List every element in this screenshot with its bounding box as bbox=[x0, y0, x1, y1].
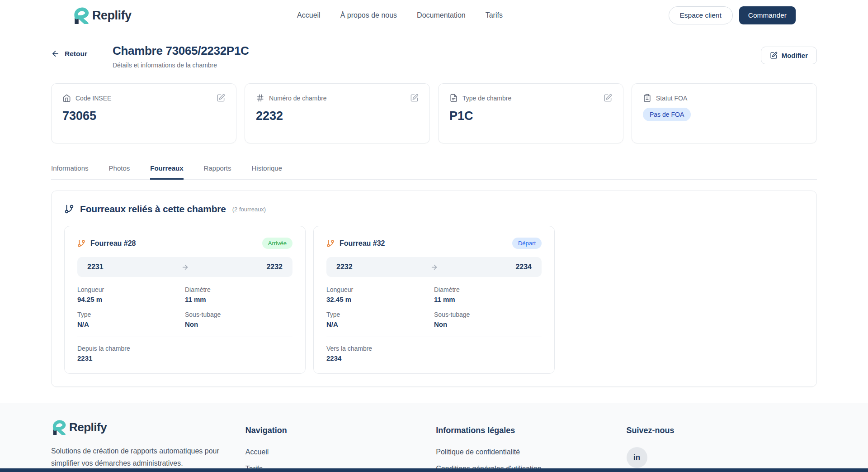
field-vers-la-chambre: Vers la chambre 2234 bbox=[326, 345, 542, 362]
modify-label: Modifier bbox=[782, 52, 808, 59]
card-value: P1C bbox=[449, 109, 612, 123]
fourreaux-panel: Fourreaux reliés à cette chambre (2 four… bbox=[51, 191, 817, 387]
card-label: Statut FOA bbox=[656, 95, 687, 102]
tab-bar: Informations Photos Fourreaux Rapports H… bbox=[51, 164, 817, 180]
card-value: 2232 bbox=[256, 109, 419, 123]
page-title: Chambre 73065/2232P1C bbox=[113, 44, 249, 58]
nav-link-accueil[interactable]: Accueil bbox=[297, 11, 321, 19]
divider bbox=[77, 337, 292, 337]
footer-heading: Suivez-nous bbox=[627, 426, 817, 435]
tab-informations[interactable]: Informations bbox=[51, 164, 89, 180]
arrow-right-icon bbox=[430, 263, 438, 271]
git-branch-icon bbox=[326, 239, 335, 248]
card-value: 73065 bbox=[62, 109, 225, 123]
replify-logo-icon bbox=[72, 7, 90, 24]
card-type-chambre: Type de chambre P1C bbox=[438, 83, 623, 143]
fourreau-card-32: Fourreau #32 Départ 2232 2234 Longueur bbox=[313, 226, 555, 374]
field-longueur: Longueur 94.25 m bbox=[77, 286, 185, 303]
card-code-insee: Code INSEE 73065 bbox=[51, 83, 236, 143]
chamber-detail-page: Retour Chambre 73065/2232P1C Détails et … bbox=[0, 31, 868, 387]
field-diametre: Diamètre 11 mm bbox=[434, 286, 542, 303]
edit-icon bbox=[770, 52, 778, 59]
direction-badge: Départ bbox=[512, 238, 542, 249]
nav-link-a-propos[interactable]: À propos de nous bbox=[340, 11, 397, 19]
title-block: Chambre 73065/2232P1C Détails et informa… bbox=[113, 44, 249, 69]
site-footer: Replify Solutions de création de rapport… bbox=[0, 403, 868, 472]
footer-social-column: Suivez-nous in bbox=[627, 420, 817, 472]
commander-button[interactable]: Commander bbox=[739, 6, 796, 24]
modify-button[interactable]: Modifier bbox=[761, 47, 817, 64]
header-actions: Espace client Commander bbox=[669, 6, 796, 24]
fourreaux-list: Fourreau #28 Arrivée 2231 2232 Longueur bbox=[64, 226, 804, 374]
replify-logo-icon bbox=[51, 420, 66, 435]
git-branch-icon bbox=[77, 239, 85, 248]
main-nav: Accueil À propos de nous Documentation T… bbox=[132, 11, 669, 19]
file-icon bbox=[449, 94, 458, 102]
card-numero-chambre: Numéro de chambre 2232 bbox=[245, 83, 430, 143]
info-cards: Code INSEE 73065 Numéro de ch bbox=[51, 83, 817, 143]
card-statut-foa: Statut FOA Pas de FOA bbox=[632, 83, 817, 143]
direction-badge: Arrivée bbox=[262, 238, 292, 249]
footer-navigation-column: Navigation Accueil Tarifs bbox=[245, 420, 436, 472]
edit-icon[interactable] bbox=[410, 94, 419, 102]
tab-historique[interactable]: Historique bbox=[251, 164, 282, 180]
route-from: 2231 bbox=[87, 263, 104, 271]
route-to: 2234 bbox=[515, 263, 532, 271]
footer-description: Solutions de création de rapports automa… bbox=[51, 445, 245, 469]
linkedin-icon[interactable]: in bbox=[627, 447, 647, 468]
bottom-accent-bar bbox=[0, 468, 868, 472]
tab-fourreaux[interactable]: Fourreaux bbox=[150, 164, 183, 180]
back-label: Retour bbox=[65, 50, 87, 58]
fourreau-name: Fourreau #28 bbox=[90, 239, 136, 248]
page-title-row: Retour Chambre 73065/2232P1C Détails et … bbox=[51, 31, 817, 69]
espace-client-button[interactable]: Espace client bbox=[669, 6, 733, 24]
card-label: Numéro de chambre bbox=[269, 95, 327, 102]
home-icon bbox=[62, 94, 71, 102]
card-label: Type de chambre bbox=[462, 95, 511, 102]
footer-legal-column: Informations légales Politique de confid… bbox=[436, 420, 626, 472]
replify-logo[interactable]: Replify bbox=[72, 7, 132, 24]
field-type: Type N/A bbox=[326, 311, 434, 328]
field-diametre: Diamètre 11 mm bbox=[185, 286, 292, 303]
edit-icon[interactable] bbox=[604, 94, 612, 102]
footer-heading: Navigation bbox=[245, 426, 436, 435]
git-branch-icon bbox=[64, 204, 74, 214]
divider bbox=[326, 337, 542, 337]
footer-heading: Informations légales bbox=[436, 426, 626, 435]
fourreaux-count: (2 fourreaux) bbox=[232, 206, 266, 213]
tab-rapports[interactable]: Rapports bbox=[204, 164, 231, 180]
clipboard-icon bbox=[643, 94, 651, 102]
hash-icon bbox=[256, 94, 264, 102]
panel-header: Fourreaux reliés à cette chambre (2 four… bbox=[64, 204, 804, 215]
page-subtitle: Détails et informations de la chambre bbox=[113, 62, 249, 69]
footer-link-accueil[interactable]: Accueil bbox=[245, 448, 269, 456]
card-label: Code INSEE bbox=[75, 95, 111, 102]
nav-link-documentation[interactable]: Documentation bbox=[417, 11, 466, 19]
panel-title: Fourreaux reliés à cette chambre bbox=[80, 204, 226, 215]
foa-status-badge: Pas de FOA bbox=[643, 108, 691, 121]
top-navigation-bar: Replify Accueil À propos de nous Documen… bbox=[0, 0, 868, 31]
field-longueur: Longueur 32.45 m bbox=[326, 286, 434, 303]
brand-name: Replify bbox=[92, 9, 132, 23]
fourreau-name: Fourreau #32 bbox=[340, 239, 385, 248]
footer-link-confidentialite[interactable]: Politique de confidentialité bbox=[436, 448, 520, 456]
fourreau-fields: Longueur 94.25 m Diamètre 11 mm Type N/A… bbox=[77, 286, 292, 328]
fourreau-card-28: Fourreau #28 Arrivée 2231 2232 Longueur bbox=[64, 226, 306, 374]
field-sous-tubage: Sous-tubage Non bbox=[185, 311, 292, 328]
edit-icon[interactable] bbox=[217, 94, 225, 102]
route-to: 2232 bbox=[266, 263, 283, 271]
arrow-left-icon bbox=[51, 49, 60, 58]
tab-photos[interactable]: Photos bbox=[109, 164, 130, 180]
route-from: 2232 bbox=[336, 263, 353, 271]
replify-footer-logo[interactable]: Replify bbox=[51, 420, 245, 435]
brand-name: Replify bbox=[69, 420, 107, 434]
field-sous-tubage: Sous-tubage Non bbox=[434, 311, 542, 328]
fourreau-fields: Longueur 32.45 m Diamètre 11 mm Type N/A… bbox=[326, 286, 542, 328]
back-button[interactable]: Retour bbox=[51, 49, 87, 58]
nav-link-tarifs[interactable]: Tarifs bbox=[486, 11, 503, 19]
arrow-right-icon bbox=[181, 263, 189, 271]
field-type: Type N/A bbox=[77, 311, 185, 328]
footer-brand-column: Replify Solutions de création de rapport… bbox=[51, 420, 245, 472]
route-bar: 2232 2234 bbox=[326, 257, 542, 277]
route-bar: 2231 2232 bbox=[77, 257, 292, 277]
